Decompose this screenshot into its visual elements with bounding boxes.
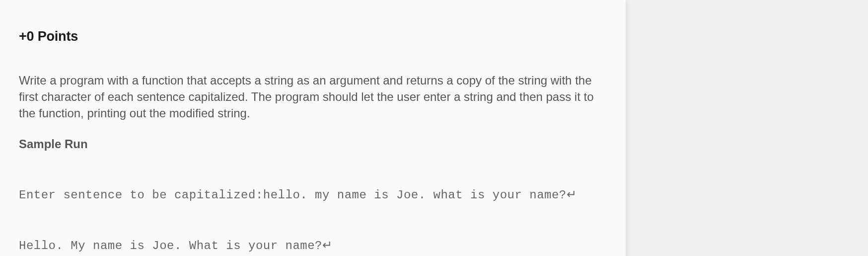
return-icon: ↵ <box>322 237 333 254</box>
points-header: +0 Points <box>19 29 607 44</box>
question-card: +0 Points Write a program with a functio… <box>0 0 626 256</box>
sample-line-1-text: Enter sentence to be capitalized:hello. … <box>19 188 567 202</box>
sample-line-2-text: Hello. My name is Joe. What is your name… <box>19 239 322 253</box>
sample-run-code: Enter sentence to be capitalized:hello. … <box>19 152 607 256</box>
sample-line-2: Hello. My name is Joe. What is your name… <box>19 237 607 255</box>
sample-run-label: Sample Run <box>19 137 607 151</box>
sample-line-1: Enter sentence to be capitalized:hello. … <box>19 186 607 204</box>
return-icon: ↵ <box>567 186 577 203</box>
question-description: Write a program with a function that acc… <box>19 72 595 121</box>
